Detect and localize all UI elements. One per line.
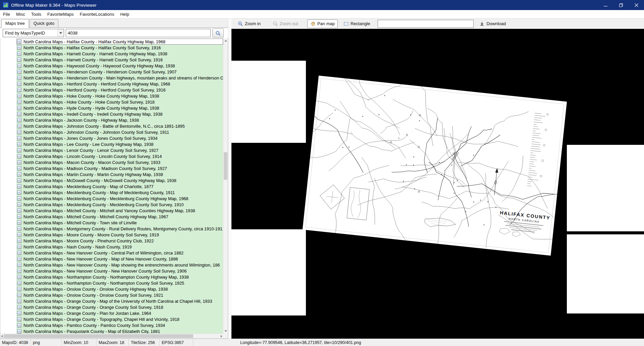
- map-item-icon: [17, 106, 21, 110]
- map-item-icon: [17, 323, 21, 328]
- search-input[interactable]: [66, 29, 211, 37]
- tree-item[interactable]: North Carolina Maps - Hertford County - …: [0, 81, 223, 87]
- tree-item[interactable]: North Carolina Maps - New Hanover County…: [0, 250, 223, 256]
- tree-item-label: North Carolina Maps - Johnston County - …: [23, 130, 169, 135]
- restore-button[interactable]: [613, 0, 629, 10]
- tree-item[interactable]: North Carolina Maps - Moore County - Pin…: [0, 238, 223, 244]
- zoom-in-button[interactable]: Zoom in: [235, 19, 264, 28]
- minimize-button[interactable]: [598, 0, 613, 10]
- tree-item-label: North Carolina Maps - Jackson County - H…: [23, 118, 139, 123]
- tree-item-label: North Carolina Maps - Macon County - Mac…: [23, 160, 160, 165]
- tree-item[interactable]: North Carolina Maps - Harnett County - H…: [0, 51, 223, 57]
- tree-item[interactable]: North Carolina Maps - Pamlico County - P…: [0, 322, 223, 328]
- tree-item[interactable]: North Carolina Maps - Montgomery County …: [0, 226, 223, 232]
- tree-item[interactable]: North Carolina Maps - Northampton County…: [0, 280, 223, 286]
- tree-item[interactable]: North Carolina Maps - Onslow County - On…: [0, 292, 223, 298]
- tree-horizontal-scrollbar[interactable]: [0, 334, 223, 338]
- menu-bar: FileMiscToolsFavoriteMapsFavoriteLocatio…: [0, 10, 644, 18]
- tree-item[interactable]: North Carolina Maps - Iredell County - I…: [0, 111, 223, 117]
- toolbar-path-input[interactable]: [378, 20, 474, 28]
- tree-item[interactable]: North Carolina Maps - Henderson County -…: [0, 75, 223, 81]
- tree-item[interactable]: North Carolina Maps - Mecklenburg County…: [0, 189, 223, 195]
- tree-item[interactable]: North Carolina Maps - Hoke County - Hoke…: [0, 93, 223, 99]
- tree-item[interactable]: North Carolina Maps - Orange County - Ma…: [0, 298, 223, 304]
- tree-item[interactable]: North Carolina Maps - New Hanover County…: [0, 256, 223, 262]
- download-button[interactable]: Download: [476, 19, 509, 28]
- tree-item[interactable]: North Carolina Maps - Lee County - Lee C…: [0, 141, 223, 147]
- status-bar: MapsID: 4038 png MinZoom: 10 MaxZoom: 18…: [0, 339, 644, 346]
- search-button[interactable]: [212, 28, 224, 38]
- horizontal-scroll-thumb[interactable]: [4, 334, 193, 338]
- tree-item[interactable]: North Carolina Maps - Lincoln County - L…: [0, 153, 223, 159]
- tree-item-label: North Carolina Maps - Northampton County…: [23, 281, 184, 286]
- tree-item[interactable]: North Carolina Maps - Mitchell County - …: [0, 208, 223, 214]
- tree-item-label: North Carolina Maps - Mecklenburg County…: [23, 184, 154, 189]
- map-item-icon: [17, 287, 21, 291]
- tree-item-label: North Carolina Maps - Henderson County -…: [23, 69, 176, 74]
- map-viewport[interactable]: HALIFAX COUNTY NORTH CAROLINA: [231, 29, 644, 339]
- tree-item[interactable]: North Carolina Maps - New Hanover County…: [0, 268, 223, 274]
- status-epsg: EPSG:3857: [160, 339, 193, 346]
- tree-item[interactable]: North Carolina Maps - Onslow County - On…: [0, 286, 223, 292]
- menu-item-favoritemaps[interactable]: FavoriteMaps: [44, 10, 77, 18]
- zoom-in-label: Zoom in: [245, 21, 261, 26]
- pan-map-button[interactable]: Pan map: [307, 19, 338, 28]
- tree-item[interactable]: North Carolina Maps - Hertford County - …: [0, 87, 223, 93]
- tree-item[interactable]: North Carolina Maps - Martin County - Ma…: [0, 171, 223, 177]
- tree-item[interactable]: North Carolina Maps - New Hanover County…: [0, 262, 223, 268]
- close-button[interactable]: [629, 0, 644, 10]
- status-tile-size: TileSize: 256: [129, 339, 160, 346]
- tree-item[interactable]: North Carolina Maps - Orange County - Or…: [0, 304, 223, 310]
- tree-item[interactable]: North Carolina Maps - Johnston County - …: [0, 129, 223, 135]
- map-toolbar: Zoom in Zoom out: [231, 18, 644, 29]
- tree-item-label: North Carolina Maps - New Hanover County…: [23, 256, 178, 262]
- tree-item[interactable]: North Carolina Maps - Orange County - Pl…: [0, 310, 223, 316]
- tree-item[interactable]: North Carolina Maps - Macon County - Mac…: [0, 159, 223, 165]
- tree-item[interactable]: North Carolina Maps - Mitchell County - …: [0, 214, 223, 220]
- tree-item[interactable]: North Carolina Maps - Henderson County -…: [0, 69, 223, 75]
- map-item-icon: [17, 46, 21, 50]
- tree-item[interactable]: North Carolina Maps - Mecklenburg County…: [0, 195, 223, 201]
- tree-item[interactable]: North Carolina Maps - Haywood County - H…: [0, 63, 223, 69]
- tree-item[interactable]: North Carolina Maps - Madison County - M…: [0, 165, 223, 171]
- search-icon: [215, 31, 221, 36]
- tree-item[interactable]: North Carolina Maps - Mitchell County - …: [0, 220, 223, 226]
- menu-item-help[interactable]: Help: [117, 10, 132, 18]
- tree-item[interactable]: North Carolina Maps - Pasquotank County …: [0, 328, 223, 334]
- tab-quick-goto[interactable]: Quick goto: [30, 19, 58, 27]
- menu-item-favoritelocations[interactable]: FavoriteLocations: [77, 10, 117, 18]
- menu-item-misc[interactable]: Misc: [13, 10, 28, 18]
- map-item-icon: [17, 136, 21, 140]
- tree-item[interactable]: North Carolina Maps - McDowell County - …: [0, 177, 223, 183]
- tree-item[interactable]: North Carolina Maps - Halifax County - H…: [0, 39, 223, 45]
- tree-item[interactable]: North Carolina Maps - Hyde County - Hyde…: [0, 105, 223, 111]
- map-item-icon: [17, 40, 21, 44]
- tab-row: Maps tree Quick goto: [0, 18, 228, 27]
- panel-splitter[interactable]: [228, 18, 231, 339]
- rectangle-button[interactable]: Rectangle: [340, 19, 373, 28]
- tree-item[interactable]: North Carolina Maps - Orange County - To…: [0, 316, 223, 322]
- tree-item[interactable]: North Carolina Maps - Moore County - Moo…: [0, 232, 223, 238]
- map-item-icon: [17, 124, 21, 128]
- tree-item[interactable]: North Carolina Maps - Northampton County…: [0, 274, 223, 280]
- tree-item[interactable]: North Carolina Maps - Halifax County - H…: [0, 45, 223, 51]
- menu-item-file[interactable]: File: [0, 10, 13, 18]
- zoom-out-button[interactable]: Zoom out: [270, 19, 301, 28]
- tree-item[interactable]: North Carolina Maps - Nash County - Nash…: [0, 244, 223, 250]
- tree-item[interactable]: North Carolina Maps - Jackson County - H…: [0, 117, 223, 123]
- map-item-icon: [17, 178, 21, 183]
- map-item-icon: [17, 112, 21, 116]
- find-by-dropdown[interactable]: Find by MapsTypeID: [3, 29, 64, 37]
- menu-item-tools[interactable]: Tools: [28, 10, 44, 18]
- vertical-scroll-thumb[interactable]: [224, 152, 227, 180]
- tree-item[interactable]: North Carolina Maps - Johnston County - …: [0, 123, 223, 129]
- tree-item[interactable]: North Carolina Maps - Harnett County - H…: [0, 57, 223, 63]
- tree-item[interactable]: North Carolina Maps - Mecklenburg County…: [0, 183, 223, 189]
- tree-item[interactable]: North Carolina Maps - Mecklenburg County…: [0, 201, 223, 208]
- tree-vertical-scrollbar[interactable]: [223, 38, 228, 334]
- tree-item[interactable]: North Carolina Maps - Hoke County - Hoke…: [0, 99, 223, 105]
- tab-maps-tree[interactable]: Maps tree: [1, 19, 29, 28]
- tree-item[interactable]: North Carolina Maps - Lenoir County - Le…: [0, 147, 223, 153]
- map-item-icon: [17, 58, 21, 62]
- tree-item[interactable]: North Carolina Maps - Jones County - Jon…: [0, 135, 223, 141]
